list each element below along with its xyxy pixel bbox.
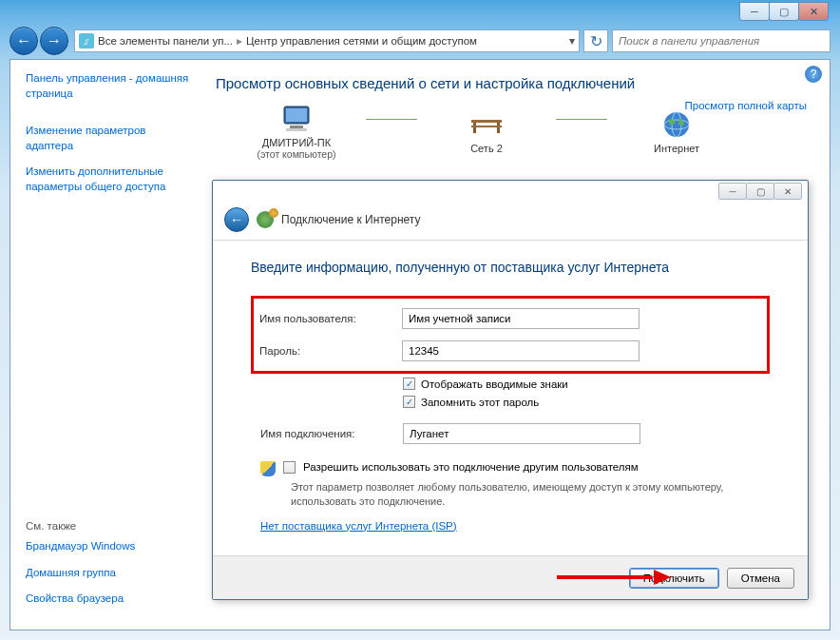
svg-rect-2 bbox=[290, 126, 303, 128]
wizard-maximize-button[interactable]: ▢ bbox=[746, 183, 774, 200]
network-icon bbox=[425, 108, 548, 141]
internet-wizard-dialog: ─ ▢ ✕ ← Подключение к Интернету Введите … bbox=[212, 180, 809, 600]
main-pane: ? Просмотр основных сведений о сети и на… bbox=[199, 60, 830, 630]
connection-line bbox=[556, 119, 607, 120]
sidebar-link-browser[interactable]: Свойства браузера bbox=[26, 592, 135, 607]
show-chars-label: Отображать вводимые знаки bbox=[421, 378, 568, 390]
map-node-internet: Интернет bbox=[615, 108, 738, 154]
allow-others-description: Этот параметр позволяет любому пользоват… bbox=[291, 480, 775, 509]
wizard-window-controls: ─ ▢ ✕ bbox=[213, 181, 808, 202]
wizard-heading: Введите информацию, полученную от постав… bbox=[251, 260, 770, 275]
toolbar: ← → ⎎ Все элементы панели уп... ▸ Центр … bbox=[10, 25, 830, 57]
svg-rect-7 bbox=[471, 126, 502, 127]
show-chars-checkbox[interactable]: ✓ bbox=[403, 378, 415, 390]
sidebar-link-home[interactable]: Панель управления - домашняя страница bbox=[26, 71, 191, 101]
window-controls: ─ ▢ ✕ bbox=[740, 2, 829, 21]
map-node-network: Сеть 2 bbox=[425, 108, 548, 154]
wizard-header: ← Подключение к Интернету bbox=[213, 202, 808, 241]
chevron-down-icon[interactable]: ▾ bbox=[569, 34, 575, 48]
network-map: ДМИТРИЙ-ПК (этот компьютер) Сеть 2 Интер… bbox=[235, 103, 812, 160]
connection-line bbox=[366, 119, 417, 120]
sidebar-link-sharing[interactable]: Изменить дополнительные параметры общего… bbox=[26, 165, 191, 194]
connection-name-input[interactable] bbox=[403, 423, 640, 444]
control-panel-icon: ⎎ bbox=[79, 33, 94, 48]
breadcrumb-item[interactable]: Центр управления сетями и общим доступом bbox=[246, 35, 477, 47]
refresh-button[interactable]: ↻ bbox=[583, 29, 608, 52]
map-node-computer: ДМИТРИЙ-ПК (этот компьютер) bbox=[235, 103, 358, 160]
svg-rect-4 bbox=[471, 120, 502, 123]
help-icon[interactable]: ? bbox=[805, 66, 822, 83]
wizard-minimize-button[interactable]: ─ bbox=[718, 183, 747, 200]
svg-point-8 bbox=[664, 112, 689, 137]
wizard-title: Подключение к Интернету bbox=[281, 213, 421, 226]
globe-icon bbox=[615, 108, 738, 141]
computer-icon bbox=[235, 103, 358, 135]
cancel-button[interactable]: Отмена bbox=[727, 568, 794, 589]
sidebar: Панель управления - домашняя страница Из… bbox=[10, 60, 199, 630]
password-input[interactable] bbox=[402, 340, 640, 361]
svg-rect-6 bbox=[497, 123, 500, 133]
sidebar-link-homegroup[interactable]: Домашняя группа bbox=[26, 566, 135, 581]
svg-rect-1 bbox=[286, 108, 307, 122]
credentials-highlight: Имя пользователя: Пароль: bbox=[251, 296, 770, 374]
no-isp-link[interactable]: Нет поставщика услуг Интернета (ISP) bbox=[260, 520, 457, 532]
sidebar-link-adapter[interactable]: Изменение параметров адаптера bbox=[26, 124, 191, 153]
close-button[interactable]: ✕ bbox=[798, 2, 829, 21]
username-input[interactable] bbox=[402, 308, 640, 329]
username-label: Имя пользователя: bbox=[259, 313, 402, 324]
connection-name-label: Имя подключения: bbox=[260, 428, 403, 439]
shield-icon bbox=[260, 461, 276, 476]
remember-password-checkbox[interactable]: ✓ bbox=[403, 396, 415, 408]
password-label: Пароль: bbox=[259, 345, 402, 357]
svg-rect-3 bbox=[286, 128, 307, 131]
maximize-button[interactable]: ▢ bbox=[769, 2, 799, 21]
svg-rect-5 bbox=[473, 123, 476, 133]
remember-password-label: Запомнить этот пароль bbox=[421, 397, 539, 408]
search-input[interactable] bbox=[612, 29, 830, 52]
internet-wizard-icon bbox=[257, 211, 274, 228]
annotation-arrow bbox=[557, 572, 671, 583]
full-map-link[interactable]: Просмотр полной карты bbox=[684, 100, 807, 111]
chevron-right-icon: ▸ bbox=[237, 34, 242, 48]
breadcrumb[interactable]: ⎎ Все элементы панели уп... ▸ Центр упра… bbox=[74, 29, 580, 52]
back-button[interactable]: ← bbox=[224, 207, 249, 232]
wizard-close-button[interactable]: ✕ bbox=[773, 183, 802, 200]
sidebar-link-firewall[interactable]: Брандмауэр Windows bbox=[26, 539, 135, 554]
page-title: Просмотр основных сведений о сети и наст… bbox=[216, 75, 812, 91]
allow-others-checkbox[interactable] bbox=[283, 461, 296, 474]
see-also-label: См. также bbox=[26, 520, 135, 532]
nav-back-button[interactable]: ← bbox=[10, 27, 38, 55]
minimize-button[interactable]: ─ bbox=[739, 2, 770, 21]
wizard-footer: Подключить Отмена bbox=[213, 555, 808, 599]
nav-forward-button[interactable]: → bbox=[40, 27, 68, 55]
allow-others-label: Разрешить использовать это подключение д… bbox=[303, 461, 639, 473]
breadcrumb-item[interactable]: Все элементы панели уп... bbox=[98, 35, 233, 47]
